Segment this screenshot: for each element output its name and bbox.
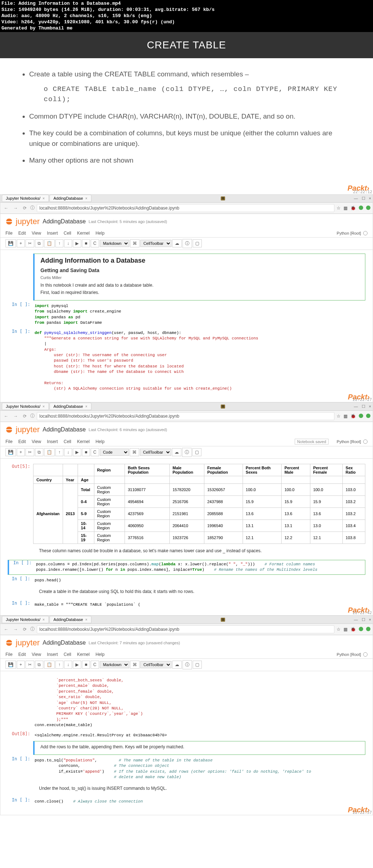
cut-button[interactable]: ✂	[25, 239, 34, 247]
cmd-palette-button[interactable]: ⌘	[130, 448, 139, 456]
minimize-icon[interactable]: —	[354, 404, 358, 409]
save-button[interactable]: 💾	[5, 239, 16, 247]
menu-kernel[interactable]: Kernel	[77, 231, 90, 236]
cell-toolbar-select[interactable]: CellToolbar	[140, 661, 172, 668]
menu-kernel[interactable]: Kernel	[77, 439, 90, 444]
cell-toolbar-select[interactable]: CellToolbar	[140, 449, 171, 456]
url-input[interactable]: localhost:8888/notebooks/Jupyter%20Noteb…	[37, 625, 334, 633]
restart-button[interactable]: C	[91, 239, 99, 247]
cloud-button[interactable]: ☁	[172, 661, 182, 669]
ext-icon[interactable]: ▦	[343, 627, 348, 632]
menu-help[interactable]: Help	[95, 231, 105, 236]
menu-kernel[interactable]: Kernel	[77, 652, 90, 657]
close-icon[interactable]: ×	[43, 196, 45, 200]
info-button[interactable]: ⓘ	[182, 660, 192, 669]
add-cell-button[interactable]: +	[17, 661, 25, 669]
move-up-button[interactable]: ↑	[55, 239, 63, 247]
cell-type-select[interactable]: Code	[100, 449, 129, 456]
menu-insert[interactable]: Insert	[47, 652, 58, 657]
notebook-name[interactable]: AddingDatabase	[43, 640, 86, 646]
forward-icon[interactable]: →	[12, 206, 19, 211]
cell-type-select[interactable]: Markdown	[100, 661, 129, 668]
star-icon[interactable]: ☆	[337, 414, 341, 419]
close-icon[interactable]: ×	[43, 618, 45, 622]
jupyter-logo-text[interactable]: jupyter	[16, 638, 40, 648]
add-cell-button[interactable]: +	[17, 448, 25, 456]
ext-icon[interactable]	[359, 206, 363, 210]
jupyter-logo-text[interactable]: jupyter	[16, 217, 40, 226]
close-window-icon[interactable]: ×	[369, 196, 371, 201]
url-input[interactable]: localhost:8888/notebooks/Jupyter%20Noteb…	[37, 204, 334, 212]
reload-icon[interactable]: ⟳	[21, 206, 28, 211]
cut-button[interactable]: ✂	[25, 661, 34, 669]
menu-insert[interactable]: Insert	[47, 439, 58, 444]
copy-button[interactable]: ⧉	[35, 239, 43, 247]
stop-button[interactable]: ■	[82, 661, 90, 669]
menu-edit[interactable]: Edit	[18, 652, 26, 657]
move-up-button[interactable]: ↑	[55, 448, 63, 456]
menu-view[interactable]: View	[32, 439, 41, 444]
minimize-icon[interactable]: —	[354, 196, 358, 201]
cmd-palette-button[interactable]: ⌘	[130, 661, 140, 669]
add-cell-button[interactable]: +	[17, 239, 25, 247]
menu-view[interactable]: View	[32, 652, 41, 657]
restart-button[interactable]: C	[91, 661, 99, 669]
tab-jupyter-home[interactable]: Jupyter Notebooks/×	[2, 403, 49, 410]
menu-help[interactable]: Help	[95, 439, 105, 444]
menu-cell[interactable]: Cell	[64, 231, 71, 236]
restart-button[interactable]: C	[91, 448, 99, 456]
menu-file[interactable]: File	[5, 652, 12, 657]
stop-button[interactable]: ■	[82, 448, 90, 456]
tab-notebook[interactable]: AddingDatabase×	[50, 616, 91, 623]
ext-icon[interactable]: ▦	[343, 206, 348, 211]
code-cell[interactable]: In [ ]: pops.columns = pd.Index(pd.Serie…	[8, 560, 365, 575]
cell-type-select[interactable]: Markdown	[100, 240, 129, 247]
url-input[interactable]: localhost:8888/notebooks/Jupyter%20Noteb…	[37, 412, 334, 420]
back-icon[interactable]: ←	[3, 206, 10, 211]
forward-icon[interactable]: →	[12, 627, 19, 632]
tab-jupyter-home[interactable]: Jupyter Notebooks/×	[2, 616, 49, 623]
menu-cell[interactable]: Cell	[64, 439, 71, 444]
code-content[interactable]: def pymysql_sqlalchemy_stringgen(user, p…	[33, 329, 365, 393]
tab-notebook[interactable]: AddingDatabase×	[50, 195, 91, 202]
paste-button[interactable]: 📋	[44, 448, 55, 456]
star-icon[interactable]: ☆	[337, 627, 341, 632]
present-button[interactable]: ▢	[193, 239, 202, 247]
maximize-icon[interactable]: ☐	[362, 404, 365, 409]
move-down-button[interactable]: ↓	[64, 448, 72, 456]
menu-view[interactable]: View	[32, 231, 41, 236]
present-button[interactable]: ▢	[192, 448, 201, 456]
code-cell[interactable]: In [ ]: pops.head()	[8, 576, 365, 585]
close-window-icon[interactable]: ×	[369, 617, 371, 622]
markdown-cell[interactable]: Add the rows to the table, appending the…	[33, 741, 365, 755]
ext-icon[interactable]: ▦	[343, 414, 348, 419]
close-icon[interactable]: ×	[43, 405, 45, 409]
move-up-button[interactable]: ↑	[55, 661, 63, 669]
ext-icon[interactable]	[359, 414, 363, 418]
move-down-button[interactable]: ↓	[64, 661, 72, 669]
cloud-button[interactable]: ☁	[172, 448, 181, 456]
paste-button[interactable]: 📋	[44, 239, 55, 247]
reload-icon[interactable]: ⟳	[21, 414, 28, 419]
code-fragment[interactable]: `percent_both_sexes` double, `percent_ma…	[33, 676, 365, 730]
cell-toolbar-select[interactable]: CellToolbar	[140, 240, 172, 247]
ext-icon[interactable]	[366, 414, 370, 418]
menu-edit[interactable]: Edit	[18, 439, 26, 444]
notebook-name[interactable]: AddingDatabase	[43, 218, 86, 225]
menu-insert[interactable]: Insert	[47, 231, 58, 236]
ext-icon[interactable]: 🐞	[350, 627, 356, 632]
cloud-button[interactable]: ☁	[172, 239, 182, 247]
code-cell[interactable]: In [ ]: import pymysql from sqlalchemy i…	[8, 302, 365, 327]
move-down-button[interactable]: ↓	[64, 239, 72, 247]
menu-edit[interactable]: Edit	[18, 231, 26, 236]
present-button[interactable]: ▢	[193, 661, 202, 669]
close-icon[interactable]: ×	[85, 618, 87, 622]
save-button[interactable]: 💾	[5, 661, 16, 669]
copy-button[interactable]: ⧉	[35, 448, 43, 456]
ext-icon[interactable]	[366, 627, 370, 631]
maximize-icon[interactable]: ☐	[362, 617, 365, 622]
tab-notebook[interactable]: AddingDatabase×	[50, 403, 91, 410]
save-button[interactable]: 💾	[5, 448, 16, 456]
reload-icon[interactable]: ⟳	[21, 627, 28, 632]
menu-cell[interactable]: Cell	[64, 652, 71, 657]
